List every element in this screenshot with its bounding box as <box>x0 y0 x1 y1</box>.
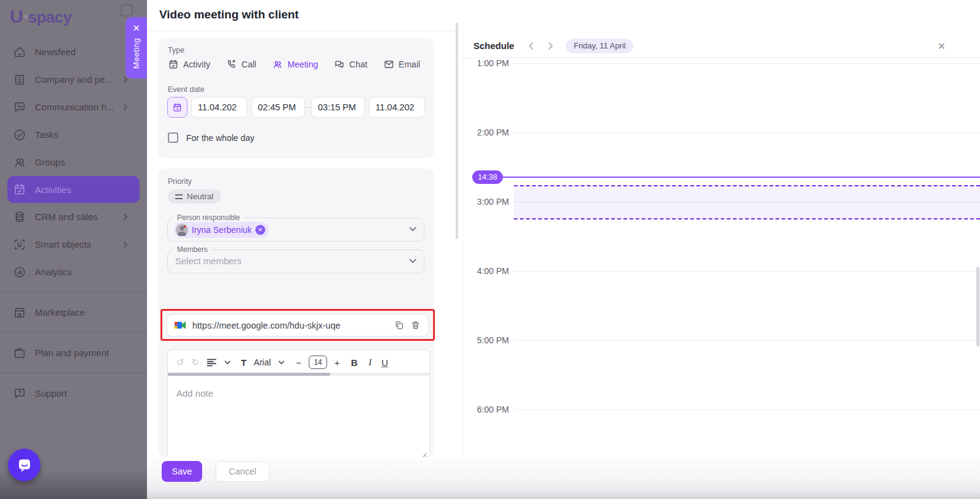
time-label: 4:00 PM <box>463 266 509 276</box>
support-chat-launcher[interactable] <box>8 449 40 481</box>
whole-day-checkbox[interactable] <box>168 132 178 143</box>
priority-value: Neutral <box>187 192 214 201</box>
sidebar-item-smart-objects[interactable]: Smart objects <box>0 230 147 258</box>
sidebar-item-crm[interactable]: CRM and sales <box>0 203 147 230</box>
tasks-icon <box>13 128 26 142</box>
note-textarea[interactable]: Add note <box>168 376 429 411</box>
sidebar-item-label: Tasks <box>35 129 58 140</box>
sidebar-item-support[interactable]: Support <box>0 379 147 407</box>
chevron-down-icon[interactable] <box>409 259 417 264</box>
members-placeholder: Select members <box>175 256 241 266</box>
meeting-link-url: https://meet.google.com/hdu-skjx-uqe <box>192 321 388 330</box>
priority-label: Priority <box>168 177 192 186</box>
app-logo[interactable]: U spacy <box>10 6 72 27</box>
remove-person-icon[interactable]: ✕ <box>255 225 265 235</box>
type-option-label: Email <box>399 59 420 69</box>
schedule-date-pill[interactable]: Friday, 11 April <box>566 39 634 53</box>
save-button[interactable]: Save <box>162 461 202 482</box>
chevron-left-icon[interactable] <box>528 42 534 50</box>
editor-toolbar: ↺ ↻ T Arial − 14 + B I U <box>168 350 429 373</box>
sidebar-item-label: Communication h... <box>35 102 114 112</box>
schedule-panel: Schedule Friday, 11 April ✕ 14:38 1:00 P… <box>462 34 980 499</box>
type-option-meeting[interactable]: Meeting <box>272 59 318 70</box>
logo-text: spacy <box>28 8 72 27</box>
copy-icon[interactable] <box>394 320 404 330</box>
sidebar-item-activities[interactable]: Activities <box>7 176 140 203</box>
type-option-email[interactable]: Email <box>383 59 420 70</box>
increase-font-button[interactable]: + <box>334 357 340 368</box>
form-scrollbar[interactable] <box>456 23 458 239</box>
type-option-chat[interactable]: Chat <box>334 59 368 70</box>
meeting-side-tab[interactable]: ✕ Meeting <box>126 17 147 78</box>
cancel-button[interactable]: Cancel <box>216 461 270 482</box>
toolbar-scrollbar-thumb[interactable] <box>168 373 330 376</box>
chevron-down-icon[interactable] <box>224 360 231 365</box>
toolbar-scrollbar[interactable] <box>168 373 429 376</box>
type-option-label: Activity <box>183 59 210 69</box>
bold-button[interactable]: B <box>351 357 358 368</box>
end-date-input[interactable]: 11.04.202 <box>369 97 425 118</box>
sidebar-divider <box>0 373 147 373</box>
priority-value-pill[interactable]: Neutral <box>168 189 221 204</box>
chevron-down-icon[interactable] <box>278 360 285 365</box>
chevron-right-icon[interactable] <box>548 42 554 50</box>
type-option-activity[interactable]: Activity <box>168 59 210 70</box>
meeting-link-field[interactable]: https://meet.google.com/hdu-skjx-uqe <box>167 314 429 337</box>
trash-icon[interactable] <box>410 320 421 330</box>
type-option-label: Call <box>241 59 256 69</box>
decrease-font-button[interactable]: − <box>296 357 301 368</box>
sidebar-item-company[interactable]: Company and pe... <box>0 66 147 93</box>
type-option-call[interactable]: Call <box>226 59 256 70</box>
crm-icon <box>13 210 26 224</box>
schedule-scrollbar[interactable] <box>976 267 979 346</box>
chevron-right-icon <box>123 104 129 111</box>
person-responsible-legend: Person responsible <box>174 213 243 222</box>
sidebar-item-label: Smart objects <box>35 239 91 250</box>
sidebar-item-plan-payment[interactable]: Plan and payment <box>0 339 147 367</box>
underline-button[interactable]: U <box>382 357 388 368</box>
type-option-label: Chat <box>349 59 368 69</box>
font-family-select[interactable]: Arial <box>254 357 271 367</box>
sidebar-item-tasks[interactable]: Tasks <box>0 121 147 148</box>
close-icon[interactable]: ✕ <box>132 22 140 34</box>
sidebar-nav: Newsfeed Company and pe... Communication… <box>0 38 147 407</box>
schedule-title: Schedule <box>473 40 514 51</box>
person-responsible-field[interactable]: Person responsible Iryna Serbeniuk ✕ <box>167 218 424 242</box>
company-icon <box>13 73 26 86</box>
undo-icon[interactable]: ↺ <box>176 357 184 368</box>
support-icon <box>13 387 26 400</box>
scheduled-event-slot[interactable] <box>514 185 980 219</box>
italic-button[interactable]: I <box>369 357 372 368</box>
sidebar-item-label: Newsfeed <box>35 47 76 57</box>
sidebar-collapse-icon[interactable] <box>121 4 133 17</box>
whole-day-row: For the whole day <box>168 132 254 143</box>
chat-icon <box>334 59 345 70</box>
smart-objects-icon <box>13 238 26 251</box>
type-date-section: Type Activity Call Meeting Chat <box>158 38 434 158</box>
font-size-value[interactable]: 14 <box>309 356 327 369</box>
align-icon[interactable] <box>206 358 217 367</box>
groups-icon <box>13 156 26 169</box>
modal-title: Video meeting with client <box>159 8 299 21</box>
start-date-input[interactable]: 11.04.202 <box>191 97 247 118</box>
wallet-icon <box>13 346 26 360</box>
time-label: 3:00 PM <box>463 197 509 207</box>
chevron-down-icon[interactable] <box>409 227 417 232</box>
sidebar-divider <box>0 292 147 292</box>
sidebar-item-marketplace[interactable]: Marketplace <box>0 299 147 326</box>
chat-bubble-icon <box>17 457 32 473</box>
end-time-input[interactable]: 03:15 PM <box>311 97 365 118</box>
sidebar-item-newsfeed[interactable]: Newsfeed <box>0 38 147 66</box>
sidebar-item-analytics[interactable]: Analytics <box>0 258 147 286</box>
schedule-timeline[interactable]: 14:38 1:00 PM2:00 PM3:00 PM4:00 PM5:00 P… <box>463 58 980 471</box>
text-color-icon[interactable]: T <box>241 357 246 368</box>
close-icon[interactable]: ✕ <box>938 40 946 52</box>
sidebar-item-groups[interactable]: Groups <box>0 148 147 176</box>
calendar-picker-button[interactable] <box>167 97 187 118</box>
members-field[interactable]: Members Select members <box>167 250 424 273</box>
event-date-label: Event date <box>168 85 205 94</box>
sidebar-item-communication[interactable]: Communication h... <box>0 93 147 121</box>
activities-icon <box>13 183 26 196</box>
redo-icon[interactable]: ↻ <box>192 357 200 368</box>
start-time-input[interactable]: 02:45 PM <box>251 97 305 118</box>
